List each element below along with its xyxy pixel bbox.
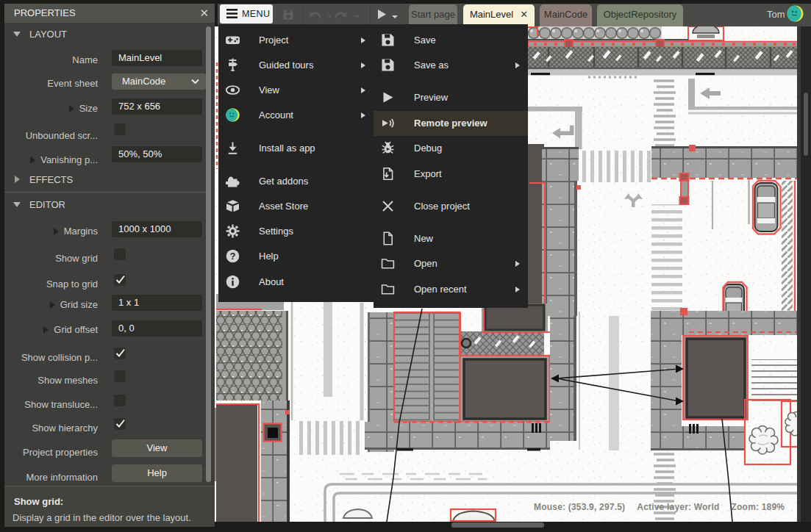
svg-text:?: ? bbox=[230, 251, 236, 262]
